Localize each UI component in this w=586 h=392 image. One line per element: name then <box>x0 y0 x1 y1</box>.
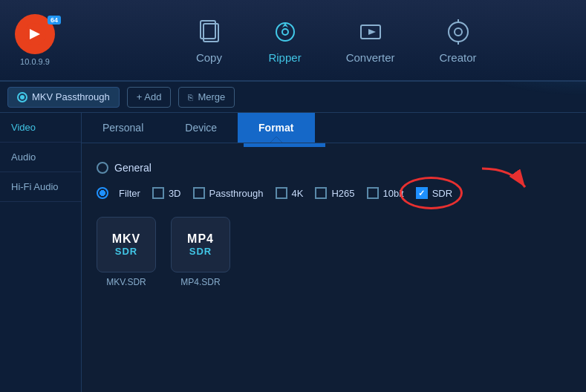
titlebar: 64 10.0.9.9 Copy Ripper <box>0 0 586 82</box>
mkv-bottom-label: SDR <box>115 246 137 257</box>
format-card-mp4-sdr[interactable]: MP4 SDR MP4.SDR <box>171 217 230 287</box>
general-label: General <box>114 162 152 174</box>
sidebar-label-hifi: Hi-Fi Audio <box>11 181 59 192</box>
logo-area: 64 10.0.9.9 <box>15 14 55 66</box>
sidebar: Video Audio Hi-Fi Audio <box>0 113 82 392</box>
passthrough-filter-label: Passthrough <box>209 188 264 199</box>
filter-label: Filter <box>119 188 140 199</box>
mp4-sdr-box: MP4 SDR <box>171 217 230 272</box>
nav-item-copy[interactable]: Copy <box>172 10 246 71</box>
merge-button[interactable]: ⎘ Merge <box>178 87 235 108</box>
general-radio[interactable] <box>97 162 108 174</box>
tab-format[interactable]: Format <box>238 113 314 143</box>
merge-icon-inline: ⎘ <box>188 93 193 102</box>
sidebar-item-video[interactable]: Video <box>0 113 81 143</box>
logo-icon: 64 <box>15 14 55 54</box>
filter-item-passthrough[interactable]: Passthrough <box>193 187 264 199</box>
filter-item-sdr[interactable]: SDR <box>416 187 452 199</box>
svg-marker-6 <box>368 29 376 35</box>
nav-label-copy: Copy <box>196 51 222 64</box>
nav-label-ripper: Ripper <box>268 51 301 64</box>
tab-indicator <box>270 137 282 143</box>
logo-badge: 64 <box>48 16 61 24</box>
format-panel: General Filter 3D Passthrough <box>82 147 586 392</box>
add-label: + Add <box>137 91 162 102</box>
nav-item-converter[interactable]: Converter <box>324 10 417 71</box>
add-button[interactable]: + Add <box>127 87 172 108</box>
content-area: Personal Device Format General <box>82 113 586 392</box>
copy-icon <box>194 17 224 47</box>
nav-item-ripper[interactable]: Ripper <box>246 10 323 71</box>
tab-format-label: Format <box>258 122 293 134</box>
nav-items: Copy Ripper Converter <box>100 10 571 71</box>
filter-item-10bit[interactable]: 10bit <box>367 187 404 199</box>
tab-personal[interactable]: Personal <box>82 113 164 143</box>
filter-item-h265[interactable]: H265 <box>315 187 354 199</box>
10bit-checkbox[interactable] <box>367 187 379 199</box>
mkv-passthrough-button[interactable]: MKV Passthrough <box>7 87 120 108</box>
sdr-annotation-circle <box>400 177 463 209</box>
3d-label: 3D <box>169 188 181 199</box>
toolbar: MKV Passthrough + Add ⎘ Merge <box>0 82 586 113</box>
filter-item-3d[interactable]: 3D <box>152 187 181 199</box>
main-content: Video Audio Hi-Fi Audio Personal Device … <box>0 113 586 392</box>
sidebar-label-video: Video <box>11 122 36 133</box>
nav-item-creator[interactable]: Creator <box>417 10 499 71</box>
svg-point-8 <box>455 28 462 36</box>
mkv-card-label: MKV.SDR <box>106 277 146 287</box>
mkv-top-label: MKV <box>112 232 141 246</box>
filter-item-filter[interactable]: Filter <box>97 187 140 199</box>
merge-label: Merge <box>198 91 225 102</box>
svg-point-11 <box>20 95 25 99</box>
nav-label-creator: Creator <box>440 51 477 64</box>
converter-icon <box>356 17 385 47</box>
format-cards: MKV SDR MKV.SDR MP4 SDR MP4.SDR <box>97 217 571 287</box>
passthrough-checkbox[interactable] <box>193 187 205 199</box>
filter-row: Filter 3D Passthrough 4K <box>97 187 571 199</box>
general-row: General <box>97 162 571 174</box>
h265-checkbox[interactable] <box>315 187 327 199</box>
nav-label-converter: Converter <box>346 51 395 64</box>
10bit-label: 10bit <box>383 188 404 199</box>
mp4-top-label: MP4 <box>187 232 214 246</box>
tabs-bar: Personal Device Format <box>82 113 586 143</box>
tab-device[interactable]: Device <box>164 113 238 143</box>
sdr-checkbox[interactable] <box>416 187 428 199</box>
svg-point-4 <box>282 29 288 35</box>
passthrough-icon <box>17 92 27 102</box>
filter-radio[interactable] <box>97 187 108 199</box>
sidebar-label-audio: Audio <box>11 151 36 163</box>
svg-point-7 <box>449 22 468 42</box>
creator-icon <box>443 17 473 47</box>
3d-checkbox[interactable] <box>152 187 164 199</box>
sidebar-item-audio[interactable]: Audio <box>0 143 81 172</box>
mkv-sdr-box: MKV SDR <box>97 217 156 272</box>
sdr-label: SDR <box>432 188 452 199</box>
4k-checkbox[interactable] <box>276 187 287 199</box>
tab-device-label: Device <box>185 122 217 134</box>
format-card-mkv-sdr[interactable]: MKV SDR MKV.SDR <box>97 217 156 287</box>
mp4-bottom-label: SDR <box>189 246 212 257</box>
sidebar-item-hifi-audio[interactable]: Hi-Fi Audio <box>0 172 81 202</box>
logo-version: 10.0.9.9 <box>20 57 50 66</box>
4k-label: 4K <box>292 188 304 199</box>
mp4-card-label: MP4.SDR <box>180 277 220 287</box>
h265-label: H265 <box>331 188 354 199</box>
ripper-icon <box>270 17 300 47</box>
filter-item-4k[interactable]: 4K <box>276 187 304 199</box>
tab-personal-label: Personal <box>102 122 143 134</box>
passthrough-label: MKV Passthrough <box>32 91 110 102</box>
